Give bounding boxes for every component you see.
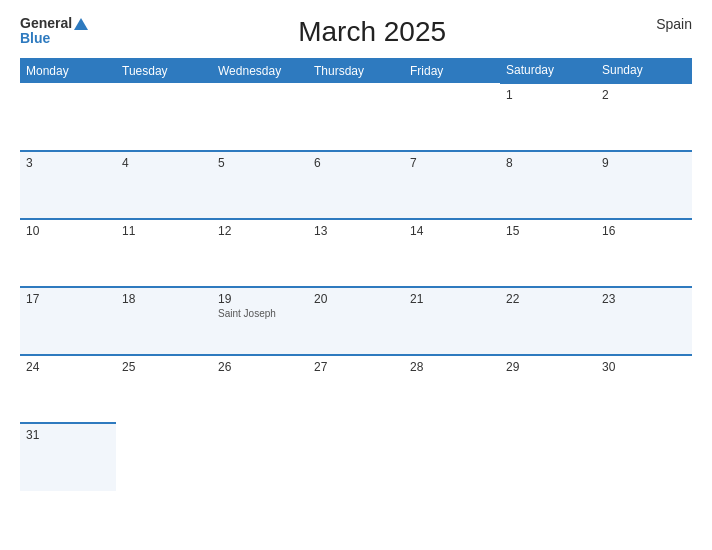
day-event: Saint Joseph [218,308,302,319]
calendar-cell: 14 [404,219,500,287]
weekday-header-saturday: Saturday [500,58,596,83]
calendar-cell: 18 [116,287,212,355]
calendar-cell [212,83,308,151]
country-label: Spain [656,16,692,32]
calendar-cell: 30 [596,355,692,423]
calendar-cell: 24 [20,355,116,423]
calendar-cell: 5 [212,151,308,219]
calendar-cell [20,83,116,151]
calendar-cell [596,423,692,491]
logo-triangle-icon [74,18,88,30]
day-number: 27 [314,360,398,374]
weekday-header-thursday: Thursday [308,58,404,83]
calendar-cell: 28 [404,355,500,423]
day-number: 31 [26,428,110,442]
day-number: 10 [26,224,110,238]
calendar-cell: 9 [596,151,692,219]
calendar-row-2: 10111213141516 [20,219,692,287]
day-number: 18 [122,292,206,306]
calendar-cell: 29 [500,355,596,423]
day-number: 19 [218,292,302,306]
day-number: 7 [410,156,494,170]
calendar-cell: 3 [20,151,116,219]
logo: General Blue [20,16,88,47]
calendar-cell [308,423,404,491]
day-number: 12 [218,224,302,238]
calendar-header: General Blue March 2025 Spain [20,16,692,48]
calendar-cell: 11 [116,219,212,287]
calendar-cell: 19Saint Joseph [212,287,308,355]
calendar-row-3: 171819Saint Joseph20212223 [20,287,692,355]
day-number: 26 [218,360,302,374]
weekday-header-tuesday: Tuesday [116,58,212,83]
calendar-cell: 15 [500,219,596,287]
calendar-cell: 21 [404,287,500,355]
day-number: 21 [410,292,494,306]
day-number: 17 [26,292,110,306]
calendar-cell [500,423,596,491]
calendar-grid: MondayTuesdayWednesdayThursdayFridaySatu… [20,58,692,491]
calendar-row-1: 3456789 [20,151,692,219]
calendar-cell: 12 [212,219,308,287]
calendar-cell [404,83,500,151]
calendar-cell [404,423,500,491]
day-number: 25 [122,360,206,374]
day-number: 24 [26,360,110,374]
calendar-container: General Blue March 2025 Spain MondayTues… [0,0,712,550]
calendar-cell: 10 [20,219,116,287]
calendar-cell: 7 [404,151,500,219]
day-number: 16 [602,224,686,238]
calendar-cell: 16 [596,219,692,287]
day-number: 1 [506,88,590,102]
logo-general-text: General [20,16,72,31]
calendar-cell: 31 [20,423,116,491]
day-number: 29 [506,360,590,374]
weekday-header-row: MondayTuesdayWednesdayThursdayFridaySatu… [20,58,692,83]
day-number: 28 [410,360,494,374]
calendar-cell [308,83,404,151]
day-number: 3 [26,156,110,170]
calendar-cell [116,83,212,151]
day-number: 9 [602,156,686,170]
weekday-header-wednesday: Wednesday [212,58,308,83]
day-number: 30 [602,360,686,374]
day-number: 23 [602,292,686,306]
weekday-header-monday: Monday [20,58,116,83]
calendar-cell: 13 [308,219,404,287]
day-number: 22 [506,292,590,306]
calendar-row-5: 31 [20,423,692,491]
calendar-row-0: 12 [20,83,692,151]
calendar-cell: 22 [500,287,596,355]
calendar-cell: 4 [116,151,212,219]
day-number: 8 [506,156,590,170]
weekday-header-sunday: Sunday [596,58,692,83]
calendar-cell: 27 [308,355,404,423]
calendar-cell [212,423,308,491]
calendar-row-4: 24252627282930 [20,355,692,423]
calendar-cell: 2 [596,83,692,151]
calendar-cell: 23 [596,287,692,355]
calendar-cell: 20 [308,287,404,355]
logo-blue-text: Blue [20,31,50,46]
day-number: 4 [122,156,206,170]
day-number: 5 [218,156,302,170]
day-number: 2 [602,88,686,102]
calendar-cell: 8 [500,151,596,219]
calendar-cell: 25 [116,355,212,423]
day-number: 20 [314,292,398,306]
calendar-cell: 17 [20,287,116,355]
calendar-cell [116,423,212,491]
calendar-cell: 6 [308,151,404,219]
day-number: 6 [314,156,398,170]
weekday-header-friday: Friday [404,58,500,83]
day-number: 11 [122,224,206,238]
calendar-cell: 26 [212,355,308,423]
day-number: 14 [410,224,494,238]
day-number: 15 [506,224,590,238]
day-number: 13 [314,224,398,238]
calendar-title: March 2025 [88,16,656,48]
calendar-cell: 1 [500,83,596,151]
